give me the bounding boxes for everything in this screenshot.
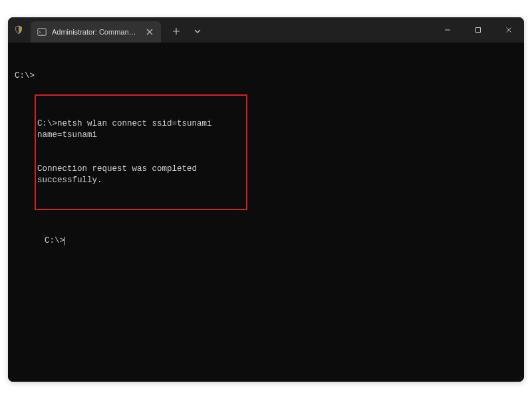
minimize-button[interactable] [432, 17, 463, 43]
terminal-body[interactable]: C:\> C:\>netsh wlan connect ssid=tsunami… [8, 43, 524, 382]
prompt-line: C:\> [15, 70, 517, 82]
maximize-button[interactable] [463, 17, 493, 43]
titlebar: >_ Administrator: Command Pro [8, 17, 524, 43]
titlebar-left: >_ Administrator: Command Pro [8, 17, 207, 43]
admin-shield-icon [13, 25, 24, 35]
tab-close-button[interactable] [144, 27, 156, 38]
tab-title: Administrator: Command Pro [52, 28, 138, 36]
terminal-window: >_ Administrator: Command Pro [8, 17, 524, 382]
cmd-icon: >_ [37, 27, 47, 37]
text-cursor [65, 237, 65, 245]
tab-dropdown-button[interactable] [188, 22, 207, 41]
tabbar-actions [166, 19, 207, 41]
svg-text:>_: >_ [39, 30, 44, 35]
command-line: C:\>netsh wlan connect ssid=tsunami name… [37, 118, 245, 141]
new-tab-button[interactable] [166, 22, 186, 41]
highlight-annotation: C:\>netsh wlan connect ssid=tsunami name… [35, 94, 247, 211]
current-prompt: C:\> [45, 236, 65, 245]
close-window-button[interactable] [493, 17, 524, 43]
tab-active[interactable]: >_ Administrator: Command Pro [31, 21, 161, 43]
window-controls [432, 17, 524, 43]
current-prompt-row: C:\> [15, 224, 517, 258]
response-line: Connection request was completed success… [37, 164, 245, 186]
svg-rect-2 [476, 28, 481, 33]
